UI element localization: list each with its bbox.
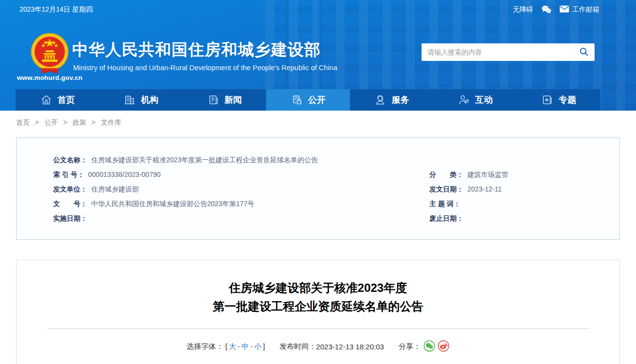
doc-field-repeal-date: 废止日期： — [429, 211, 610, 226]
breadcrumb-separator: > — [35, 118, 39, 126]
nav-item-home[interactable]: 首页 — [16, 89, 99, 111]
nav-item-disclosure[interactable]: 公开 — [266, 89, 349, 111]
doc-field-index-no: 索 引 号：000013338/2023-00790 — [53, 167, 429, 182]
article-title: 住房城乡建设部关于核准2023年度 第一批建设工程企业资质延续名单的公告 — [17, 279, 619, 316]
document-info-panel: 公文名称：住房城乡建设部关于核准2023年度第一批建设工程企业资质延续名单的公告… — [16, 137, 620, 240]
doc-field-label: 废止日期： — [429, 214, 463, 222]
search-input[interactable] — [422, 43, 573, 61]
wechat-icon — [541, 5, 552, 15]
doc-field-category: 分 类：建筑市场监管 — [429, 167, 610, 182]
article-divider — [47, 328, 589, 329]
mail-icon — [559, 5, 569, 14]
font-size-selector: 选择字体： [大-中-小] — [187, 342, 265, 351]
page-content: 首页 > 公开 > 政策 > 文件库 公文名称：住房城乡建设部关于核准2023年… — [0, 118, 636, 364]
accessibility-link[interactable]: 无障碍 — [513, 5, 533, 14]
breadcrumb-item-disclosure[interactable]: 公开 — [44, 118, 58, 126]
doc-field-value: 000013338/2023-00790 — [88, 171, 161, 178]
nav-item-label: 首页 — [58, 94, 75, 106]
breadcrumb-item-home[interactable]: 首页 — [16, 118, 30, 126]
bracket-close: ] — [263, 342, 265, 350]
nav-item-label: 新闻 — [225, 94, 242, 106]
share-weibo-icon — [438, 340, 449, 353]
doc-field-label: 实施日期： — [53, 214, 87, 222]
interaction-icon — [458, 94, 470, 106]
article-panel: 住房城乡建设部关于核准2023年度 第一批建设工程企业资质延续名单的公告 选择字… — [16, 260, 620, 364]
national-emblem-icon — [25, 30, 74, 76]
service-icon — [374, 94, 386, 106]
doc-field-value: 建筑市场监管 — [467, 171, 508, 178]
breadcrumb-item-library[interactable]: 文件库 — [101, 118, 121, 126]
doc-field-value: 中华人民共和国住房和城乡建设部公告2023年第177号 — [91, 200, 254, 208]
site-header: 2023年12月14日 星期四 无障碍 — [0, 0, 636, 111]
doc-field-label: 分 类： — [429, 171, 463, 178]
font-size-small-link[interactable]: 小 — [254, 342, 261, 350]
font-size-separator: - — [237, 342, 240, 350]
doc-field-issue-date: 发文日期：2023-12-11 — [429, 182, 610, 196]
font-size-label: 选择字体： — [187, 342, 223, 350]
publish-time-value: 2023-12-13 18:20:03 — [316, 343, 384, 351]
publish-time-label: 发布时间： — [280, 342, 316, 351]
article-title-line2: 第一批建设工程企业资质延续名单的公告 — [213, 300, 424, 313]
news-icon — [207, 94, 220, 106]
site-url: www.mohurd.gov.cn — [17, 74, 83, 81]
bracket-open: [ — [225, 342, 227, 350]
nav-item-organization[interactable]: 机构 — [99, 89, 182, 111]
organization-icon — [123, 94, 136, 106]
doc-field-value: 2023-12-11 — [467, 185, 502, 193]
site-subtitle: Ministry of Housing and Urban-Rural Deve… — [73, 64, 337, 72]
doc-field-label: 索 引 号： — [53, 171, 84, 178]
doc-field-subject: 主 题 词： — [429, 196, 610, 211]
nav-item-label: 公开 — [308, 94, 326, 106]
doc-field-doc-no: 文 号：中华人民共和国住房和城乡建设部公告2023年第177号 — [53, 196, 429, 211]
nav-item-news[interactable]: 新闻 — [183, 89, 266, 111]
nav-item-interaction[interactable]: 互动 — [433, 89, 517, 111]
font-size-separator: - — [250, 342, 252, 350]
search-icon — [579, 47, 589, 58]
search-button[interactable] — [573, 43, 595, 61]
share-wechat-icon — [424, 340, 435, 353]
article-meta-bar: 选择字体： [大-中-小] 发布时间： 2023-12-13 18:20:03 … — [17, 340, 619, 353]
breadcrumb-separator: > — [92, 118, 96, 126]
topics-icon — [541, 94, 554, 106]
nav-item-label: 互动 — [475, 94, 493, 106]
font-size-medium-link[interactable]: 中 — [241, 342, 249, 350]
article-title-line1: 住房城乡建设部关于核准2023年度 — [229, 281, 407, 294]
main-navigation: 首页 机构 新闻 — [16, 89, 600, 111]
nav-item-label: 服务 — [391, 94, 409, 106]
share-label: 分享： — [399, 342, 421, 351]
current-date: 2023年12月14日 星期四 — [19, 5, 93, 14]
doc-field-title: 公文名称：住房城乡建设部关于核准2023年度第一批建设工程企业资质延续名单的公告 — [53, 153, 610, 167]
doc-field-issuer: 发文单位：住房城乡建设部 — [53, 182, 429, 196]
nav-item-label: 专题 — [559, 94, 576, 106]
share-weibo-button[interactable] — [438, 340, 449, 353]
nav-item-label: 机构 — [141, 94, 158, 106]
doc-field-value: 住房城乡建设部 — [91, 185, 139, 193]
breadcrumb: 首页 > 公开 > 政策 > 文件库 — [16, 118, 636, 127]
disclosure-icon — [290, 94, 303, 106]
wechat-link[interactable] — [541, 5, 552, 15]
breadcrumb-item-policy[interactable]: 政策 — [73, 118, 86, 126]
breadcrumb-separator: > — [63, 118, 67, 126]
home-icon — [40, 94, 53, 106]
work-mailbox-link[interactable]: 工作邮箱 — [559, 5, 599, 14]
doc-field-label: 文 号： — [53, 200, 87, 208]
top-utility-bar: 2023年12月14日 星期四 无障碍 — [0, 0, 636, 19]
search-box — [422, 43, 595, 61]
doc-field-label: 公文名称： — [53, 156, 87, 164]
font-size-large-link[interactable]: 大 — [229, 342, 236, 350]
doc-field-value: 住房城乡建设部关于核准2023年度第一批建设工程企业资质延续名单的公告 — [91, 156, 318, 164]
site-title: 中华人民共和国住房和城乡建设部 — [72, 39, 321, 61]
share-wechat-button[interactable] — [424, 340, 435, 353]
nav-item-topics[interactable]: 专题 — [517, 89, 600, 111]
nav-item-services[interactable]: 服务 — [350, 89, 433, 111]
doc-field-label: 发文单位： — [53, 185, 87, 193]
doc-field-effective-date: 实施日期： — [53, 211, 429, 226]
doc-field-label: 主 题 词： — [429, 200, 461, 208]
doc-field-label: 发文日期： — [429, 185, 463, 193]
